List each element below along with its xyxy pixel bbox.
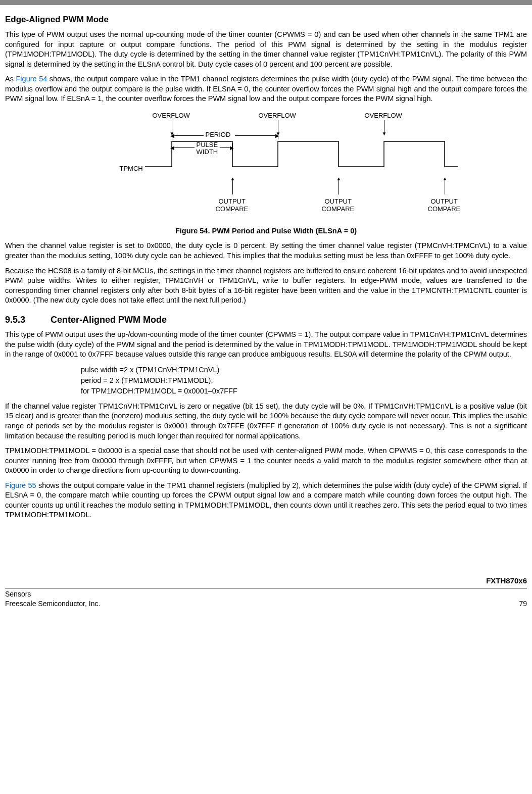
text: As bbox=[5, 75, 16, 83]
figure-caption: Figure 54. PWM Period and Pulse Width (E… bbox=[5, 226, 527, 236]
section-number: 9.5.3 bbox=[5, 314, 51, 326]
header-accent-bar bbox=[0, 0, 532, 5]
text: shows the output compare value in the TP… bbox=[5, 481, 527, 519]
section-title-edge-aligned: Edge-Aligned PWM Mode bbox=[5, 14, 527, 26]
formula-block: pulse width =2 x (TPM1CnVH:TPM1CnVL) per… bbox=[81, 365, 527, 396]
figure-xref[interactable]: Figure 55 bbox=[5, 481, 36, 489]
figure-xref[interactable]: Figure 54 bbox=[16, 75, 47, 83]
footer-rule bbox=[5, 588, 527, 588]
arrow-left-icon bbox=[174, 135, 204, 136]
arrow-up-icon bbox=[445, 179, 445, 194]
label-compare: COMPARE bbox=[428, 205, 461, 214]
label-compare: COMPARE bbox=[216, 205, 249, 214]
paragraph: If the channel value register TPM1CnVH:T… bbox=[5, 402, 527, 441]
label-tpmch: TPMCH bbox=[120, 164, 143, 173]
footer-model: FXTH870x6 bbox=[5, 576, 527, 586]
arrow-down-icon bbox=[172, 120, 172, 133]
section-heading-text: Center-Aligned PWM Mode bbox=[51, 315, 167, 325]
arrow-up-icon bbox=[338, 179, 339, 194]
figure-pwm-diagram: OVERFLOW OVERFLOW OVERFLOW PERIOD PULSE … bbox=[84, 111, 448, 222]
paragraph: TPM1MODH:TPM1MODL = 0x0000 is a special … bbox=[5, 446, 527, 476]
formula-line: period = 2 x (TPM1MODH:TPM1MODL); bbox=[81, 375, 527, 386]
label-overflow: OVERFLOW bbox=[153, 111, 190, 120]
footer-left-2: Freescale Semiconductor, Inc. bbox=[5, 599, 100, 609]
paragraph: Because the HCS08 is a family of 8-bit M… bbox=[5, 266, 527, 306]
arrow-down-icon bbox=[278, 120, 278, 133]
pwm-waveform bbox=[145, 136, 458, 177]
footer-left-1: Sensors bbox=[5, 589, 31, 599]
paragraph: This type of PWM output uses the normal … bbox=[5, 30, 527, 69]
label-compare: COMPARE bbox=[322, 205, 355, 214]
paragraph: When the channel value register is set t… bbox=[5, 241, 527, 261]
arrow-down-icon bbox=[384, 120, 384, 133]
label-overflow: OVERFLOW bbox=[259, 111, 296, 120]
footer-page-number: 79 bbox=[519, 599, 527, 609]
paragraph: As Figure 54 shows, the output compare v… bbox=[5, 74, 527, 104]
arrow-up-icon bbox=[232, 179, 233, 194]
arrow-right-icon bbox=[235, 135, 275, 136]
text: shows, the output compare value in the T… bbox=[5, 75, 527, 103]
label-overflow: OVERFLOW bbox=[365, 111, 402, 120]
section-title-center-aligned: 9.5.3Center-Aligned PWM Mode bbox=[5, 314, 527, 326]
formula-line: for TPM1MODH:TPM1MODL = 0x0001–0x7FFF bbox=[81, 386, 527, 396]
page-footer: FXTH870x6 Sensors Freescale Semiconducto… bbox=[0, 576, 532, 614]
paragraph: This type of PWM output uses the up-/dow… bbox=[5, 330, 527, 360]
page-content: Edge-Aligned PWM Mode This type of PWM o… bbox=[0, 14, 532, 520]
paragraph: Figure 55 shows the output compare value… bbox=[5, 481, 527, 520]
formula-line: pulse width =2 x (TPM1CnVH:TPM1CnVL) bbox=[81, 365, 527, 375]
